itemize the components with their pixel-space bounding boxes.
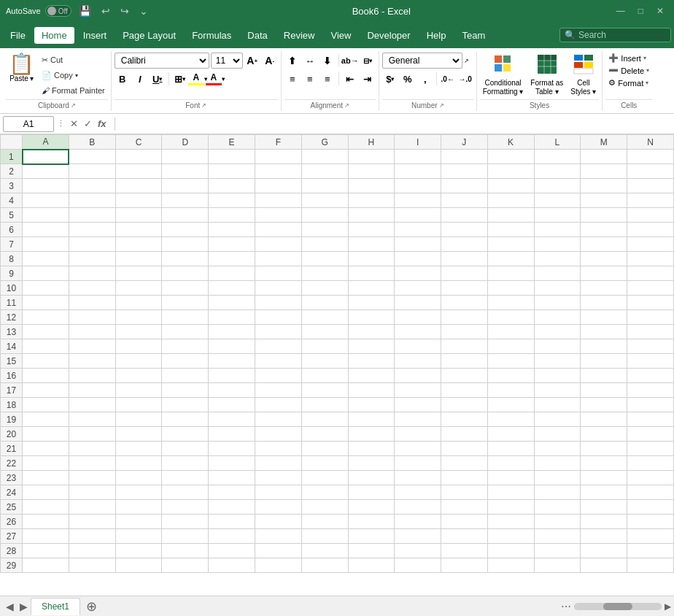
underline-button[interactable]: U▾	[150, 71, 166, 87]
row-header-28[interactable]: 28	[1, 544, 23, 558]
cell-M14[interactable]	[581, 339, 627, 354]
cell-F21[interactable]	[255, 442, 301, 456]
cell-A10[interactable]	[23, 281, 69, 296]
col-header-J[interactable]: J	[441, 135, 487, 150]
cell-M10[interactable]	[581, 281, 627, 296]
cell-E6[interactable]	[209, 223, 255, 237]
row-header-15[interactable]: 15	[1, 354, 23, 369]
cell-N10[interactable]	[627, 281, 674, 296]
cell-A27[interactable]	[23, 529, 69, 544]
cell-J28[interactable]	[441, 544, 487, 558]
cell-E9[interactable]	[209, 266, 255, 281]
cell-I18[interactable]	[395, 398, 441, 412]
row-header-21[interactable]: 21	[1, 442, 23, 456]
conditional-formatting-button[interactable]: ConditionalFormatting ▾	[480, 53, 527, 98]
cell-J26[interactable]	[441, 515, 487, 529]
cell-M16[interactable]	[581, 369, 627, 383]
cell-K6[interactable]	[487, 223, 534, 237]
cell-E18[interactable]	[209, 398, 255, 412]
cell-N28[interactable]	[627, 544, 674, 558]
row-header-4[interactable]: 4	[1, 193, 23, 208]
cell-N8[interactable]	[627, 252, 674, 266]
cell-B19[interactable]	[69, 412, 115, 427]
cell-B26[interactable]	[69, 515, 115, 529]
cell-F4[interactable]	[255, 193, 301, 208]
cell-G22[interactable]	[301, 456, 348, 471]
cell-E24[interactable]	[209, 485, 255, 500]
cell-K20[interactable]	[487, 427, 534, 442]
cell-M11[interactable]	[581, 296, 627, 310]
cell-I25[interactable]	[395, 500, 441, 515]
cell-B7[interactable]	[69, 237, 115, 252]
search-box[interactable]: 🔍	[559, 28, 671, 42]
tab-more-icon[interactable]: ⋯	[561, 601, 571, 612]
decrease-decimal-button[interactable]: .0←	[440, 71, 456, 87]
accounting-format-button[interactable]: $▾	[382, 71, 398, 87]
format-as-table-button[interactable]: Format asTable ▾	[527, 53, 566, 98]
cell-J20[interactable]	[441, 427, 487, 442]
menu-formulas[interactable]: Formulas	[185, 27, 239, 44]
cell-F20[interactable]	[255, 427, 301, 442]
cell-I3[interactable]	[395, 179, 441, 193]
cell-E10[interactable]	[209, 281, 255, 296]
cell-J13[interactable]	[441, 325, 487, 339]
cell-M21[interactable]	[581, 442, 627, 456]
tab-right-arrow[interactable]: ▶	[665, 601, 671, 612]
cell-H26[interactable]	[348, 515, 395, 529]
cell-L8[interactable]	[534, 252, 581, 266]
cell-N13[interactable]	[627, 325, 674, 339]
menu-help[interactable]: Help	[419, 27, 454, 44]
cell-F24[interactable]	[255, 485, 301, 500]
cell-E8[interactable]	[209, 252, 255, 266]
alignment-expand-icon[interactable]: ↗	[344, 102, 349, 109]
cell-M24[interactable]	[581, 485, 627, 500]
cell-N14[interactable]	[627, 339, 674, 354]
format-cells-button[interactable]: ⚙ Format ▾	[605, 77, 651, 88]
cell-I14[interactable]	[395, 339, 441, 354]
cell-I22[interactable]	[395, 456, 441, 471]
cell-E28[interactable]	[209, 544, 255, 558]
cell-K23[interactable]	[487, 471, 534, 485]
cell-G2[interactable]	[301, 164, 348, 179]
cell-F16[interactable]	[255, 369, 301, 383]
cell-F18[interactable]	[255, 398, 301, 412]
cell-M4[interactable]	[581, 193, 627, 208]
cell-K1[interactable]	[487, 150, 534, 164]
cell-K16[interactable]	[487, 369, 534, 383]
cell-G1[interactable]	[301, 150, 348, 164]
cut-button[interactable]: ✂ Cut	[39, 53, 108, 67]
formula-input[interactable]	[121, 116, 671, 132]
cell-J4[interactable]	[441, 193, 487, 208]
cell-B24[interactable]	[69, 485, 115, 500]
cell-C29[interactable]	[115, 558, 162, 573]
cell-E14[interactable]	[209, 339, 255, 354]
cell-M12[interactable]	[581, 310, 627, 325]
cell-C9[interactable]	[115, 266, 162, 281]
cell-A29[interactable]	[23, 558, 69, 573]
cell-L5[interactable]	[534, 208, 581, 223]
cell-I9[interactable]	[395, 266, 441, 281]
cell-G8[interactable]	[301, 252, 348, 266]
font-family-select[interactable]: Calibri Arial Times New Roman	[115, 53, 209, 69]
minimize-button[interactable]: —	[612, 6, 630, 16]
cell-K9[interactable]	[487, 266, 534, 281]
cell-D17[interactable]	[162, 383, 209, 398]
insert-cells-button[interactable]: ➕ Insert ▾	[605, 53, 649, 63]
cell-J2[interactable]	[441, 164, 487, 179]
cell-K12[interactable]	[487, 310, 534, 325]
row-header-10[interactable]: 10	[1, 281, 23, 296]
cell-E13[interactable]	[209, 325, 255, 339]
comma-button[interactable]: ,	[417, 71, 433, 87]
cell-J10[interactable]	[441, 281, 487, 296]
cell-H17[interactable]	[348, 383, 395, 398]
paste-button[interactable]: 📋 Paste ▾	[6, 53, 37, 84]
cell-B1[interactable]	[69, 150, 115, 164]
fill-color-button[interactable]: A ▾	[190, 71, 206, 87]
cell-B23[interactable]	[69, 471, 115, 485]
cell-B5[interactable]	[69, 208, 115, 223]
cell-B29[interactable]	[69, 558, 115, 573]
row-header-1[interactable]: 1	[1, 150, 23, 164]
cell-G15[interactable]	[301, 354, 348, 369]
cell-F9[interactable]	[255, 266, 301, 281]
cell-I15[interactable]	[395, 354, 441, 369]
